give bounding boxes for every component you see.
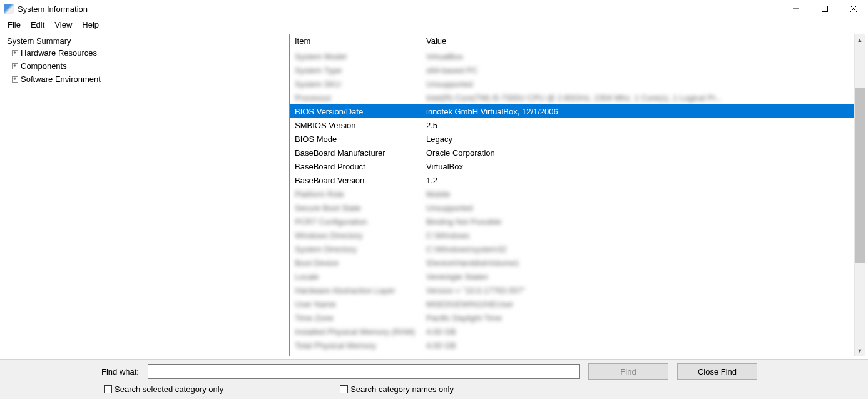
vertical-scrollbar[interactable]: ▲ ▼ xyxy=(854,34,865,356)
tree-item-hardware[interactable]: + Hardware Resources xyxy=(12,46,282,59)
tree-children: + Hardware Resources + Components + Soft… xyxy=(6,46,282,86)
scroll-thumb[interactable] xyxy=(855,88,865,263)
cell-item: PCR7 Configuration xyxy=(290,217,421,226)
minimize-button[interactable] xyxy=(782,0,810,18)
window-title: System Information xyxy=(18,4,782,14)
close-find-button[interactable]: Close Find xyxy=(677,363,757,380)
cell-item: Total Physical Memory xyxy=(290,341,421,350)
column-header-value[interactable]: Value xyxy=(421,34,854,49)
details-body[interactable]: System ModelVirtualBoxSystem Typex64-bas… xyxy=(290,49,854,356)
table-row[interactable]: Boot Device\Device\HarddiskVolume1 xyxy=(290,256,854,270)
menu-file[interactable]: File xyxy=(3,19,26,31)
cell-value: Mobile xyxy=(421,189,854,199)
checkbox-category-names[interactable]: Search category names only xyxy=(340,385,454,394)
cell-item: Boot Device xyxy=(290,258,421,268)
cell-value: VirtualBox xyxy=(421,52,854,61)
scroll-up-icon[interactable]: ▲ xyxy=(855,34,865,45)
table-row[interactable]: System ModelVirtualBox xyxy=(290,49,854,63)
menu-view[interactable]: View xyxy=(49,19,77,31)
table-row[interactable]: Platform RoleMobile xyxy=(290,187,854,201)
cell-value: innotek GmbH VirtualBox, 12/1/2006 xyxy=(421,107,854,116)
tree-item-components[interactable]: + Components xyxy=(12,59,282,73)
cell-item: SMBIOS Version xyxy=(290,121,421,130)
table-row[interactable]: Windows DirectoryC:\Windows xyxy=(290,228,854,242)
maximize-button[interactable] xyxy=(810,0,839,18)
find-input[interactable] xyxy=(148,364,580,379)
cell-item: BaseBoard Manufacturer xyxy=(290,148,421,158)
cell-value: C:\Windows xyxy=(421,231,854,240)
checkbox-icon xyxy=(104,385,112,393)
table-row[interactable]: Time ZonePacific Daylight Time xyxy=(290,311,854,325)
cell-item: Windows Directory xyxy=(290,231,421,240)
cell-item: System Model xyxy=(290,52,421,61)
table-row[interactable]: BIOS ModeLegacy xyxy=(290,132,854,146)
cell-value: Binding Not Possible xyxy=(421,217,854,226)
table-row[interactable]: Total Physical Memory4.00 GB xyxy=(290,338,854,352)
table-row[interactable]: SMBIOS Version2.5 xyxy=(290,118,854,132)
cell-item: BIOS Mode xyxy=(290,134,421,144)
table-row[interactable]: System Typex64-based PC xyxy=(290,63,854,77)
table-row[interactable]: BaseBoard ProductVirtualBox xyxy=(290,159,854,173)
table-row[interactable]: User NameMSEDGEWIN10\IEUser xyxy=(290,297,854,311)
details-pane: Item Value System ModelVirtualBoxSystem … xyxy=(289,34,865,356)
table-row[interactable]: PCR7 ConfigurationBinding Not Possible xyxy=(290,215,854,228)
scroll-down-icon[interactable]: ▼ xyxy=(855,345,865,356)
cell-value: Vereinigte Staten xyxy=(421,272,854,281)
main-panes: System Summary + Hardware Resources + Co… xyxy=(0,33,868,359)
find-label: Find what: xyxy=(101,367,143,376)
expand-icon[interactable]: + xyxy=(12,50,18,56)
tree-item-software[interactable]: + Software Environment xyxy=(12,73,282,86)
category-tree: System Summary + Hardware Resources + Co… xyxy=(3,34,285,87)
table-row[interactable]: BaseBoard ManufacturerOracle Corporation xyxy=(290,146,854,159)
find-row: Find what: Find Close Find xyxy=(5,363,863,380)
menu-edit[interactable]: Edit xyxy=(26,19,49,31)
cell-value: 4.00 GB xyxy=(421,327,854,336)
expand-icon[interactable]: + xyxy=(12,76,18,83)
table-row[interactable]: BaseBoard Version1.2 xyxy=(290,173,854,187)
cell-item: BaseBoard Product xyxy=(290,162,421,171)
tree-item-label: Software Environment xyxy=(21,74,101,84)
cell-item: BIOS Version/Date xyxy=(290,107,421,116)
cell-value: Unsupported xyxy=(421,79,854,89)
menubar: File Edit View Help xyxy=(0,18,868,33)
checkbox-icon xyxy=(340,385,348,393)
cell-item: Platform Role xyxy=(290,189,421,199)
cell-item: User Name xyxy=(290,300,421,309)
table-row[interactable]: ProcessorIntel(R) Core(TM) i5-7300U CPU … xyxy=(290,91,854,104)
window-controls xyxy=(782,0,868,18)
cell-value: 4.00 GB xyxy=(421,341,854,350)
details-list: Item Value System ModelVirtualBoxSystem … xyxy=(290,34,854,356)
table-row[interactable]: System SKUUnsupported xyxy=(290,77,854,91)
table-row[interactable]: LocaleVereinigte Staten xyxy=(290,270,854,283)
menu-help[interactable]: Help xyxy=(77,19,104,31)
table-row[interactable]: System DirectoryC:\Windows\system32 xyxy=(290,242,854,256)
cell-value: 1.2 xyxy=(421,176,854,185)
cell-value: Pacific Daylight Time xyxy=(421,313,854,323)
table-row[interactable]: Secure Boot StateUnsupported xyxy=(290,201,854,215)
cell-item: Locale xyxy=(290,272,421,281)
table-row[interactable]: BIOS Version/Dateinnotek GmbH VirtualBox… xyxy=(290,104,854,118)
table-row[interactable]: Hardware Abstraction LayerVersion = "10.… xyxy=(290,283,854,297)
table-row[interactable]: Installed Physical Memory (RAM)4.00 GB xyxy=(290,325,854,338)
cell-item: Hardware Abstraction Layer xyxy=(290,286,421,295)
cell-value: VirtualBox xyxy=(421,162,854,171)
cell-value: Version = "10.0.17763.557" xyxy=(421,286,854,295)
column-header-item[interactable]: Item xyxy=(290,34,421,49)
cell-value: x64-based PC xyxy=(421,66,854,75)
close-button[interactable] xyxy=(839,0,868,18)
find-bar: Find what: Find Close Find Search select… xyxy=(0,359,868,399)
details-header: Item Value xyxy=(290,34,854,49)
tree-item-label: Components xyxy=(21,61,67,71)
cell-item: BaseBoard Version xyxy=(290,176,421,185)
cell-value: MSEDGEWIN10\IEUser xyxy=(421,300,854,309)
find-button[interactable]: Find xyxy=(588,363,668,380)
expand-icon[interactable]: + xyxy=(12,63,18,69)
cell-item: Secure Boot State xyxy=(290,203,421,213)
svg-rect-1 xyxy=(822,6,828,12)
checkbox-selected-category[interactable]: Search selected category only xyxy=(104,385,223,394)
tree-pane: System Summary + Hardware Resources + Co… xyxy=(3,34,285,356)
app-icon xyxy=(4,4,14,14)
cell-item: System Directory xyxy=(290,245,421,254)
checkbox-label: Search selected category only xyxy=(115,385,223,394)
tree-root[interactable]: System Summary xyxy=(6,36,282,46)
